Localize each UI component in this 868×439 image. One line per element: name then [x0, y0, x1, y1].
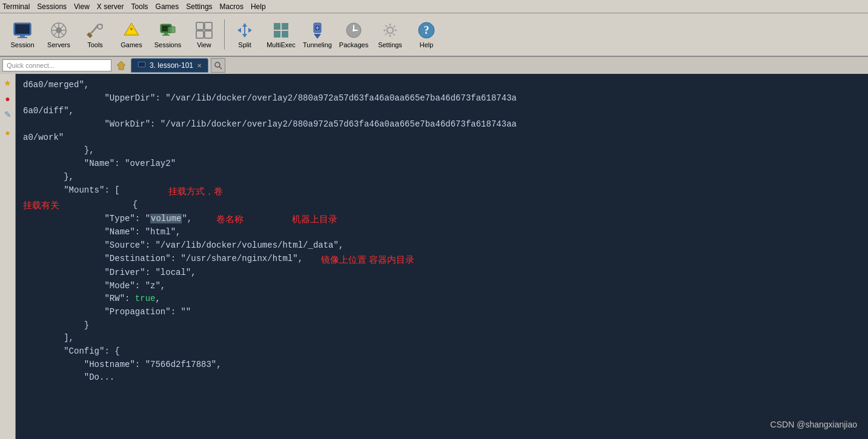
svg-rect-24	[196, 22, 204, 30]
terminal-line-close-bracket: ],	[23, 332, 861, 345]
quick-connect-input[interactable]: Quick connect...	[2, 59, 111, 71]
svg-rect-28	[244, 27, 245, 34]
terminal-line-config: "Config": {	[23, 345, 861, 358]
svg-line-11	[61, 33, 64, 36]
sidebar-bookmark-icon[interactable]: ★	[1, 76, 15, 90]
svg-text:?: ?	[424, 24, 429, 36]
terminal-line-4: "WorkDir": "/var/lib/docker/overlay2/880…	[23, 118, 861, 131]
toolbar-split-btn[interactable]: Split	[227, 15, 262, 54]
tools-label: Tools	[87, 41, 103, 48]
sidebar: ★ ● ✎ ●	[0, 74, 16, 439]
svg-line-47	[219, 67, 222, 69]
tunneling-label: Tunneling	[303, 41, 332, 48]
terminal-line-mode: "Mode": "z",	[23, 280, 861, 293]
svg-rect-23	[168, 27, 175, 33]
settings-label: Settings	[378, 41, 402, 48]
svg-rect-45	[139, 62, 145, 67]
svg-marker-43	[117, 61, 125, 70]
session-label: Session	[10, 41, 34, 48]
sidebar-yellow-icon[interactable]: ●	[1, 126, 15, 139]
svg-rect-26	[196, 31, 204, 38]
terminal-line-rw: "RW": true,	[23, 292, 861, 306]
tools-icon	[85, 21, 105, 40]
games-label: Games	[121, 41, 142, 48]
toolbar-games-btn[interactable]: Games	[114, 15, 149, 54]
tunneling-icon	[308, 21, 327, 40]
svg-line-13	[53, 33, 56, 36]
sidebar-pencil-icon[interactable]: ✎	[1, 108, 15, 121]
toolbar-help-btn[interactable]: ? Help	[409, 15, 444, 54]
terminal-line-1: d6a0/merged",	[23, 79, 861, 92]
packages-icon	[344, 21, 363, 40]
toolbar-servers-btn[interactable]: Servers	[41, 15, 76, 54]
svg-point-18	[130, 28, 133, 30]
annotation-image-location: 镜像上位置 容器内目录	[321, 253, 414, 266]
session-icon	[13, 21, 32, 40]
svg-point-46	[215, 62, 220, 67]
toolbar-session-btn[interactable]: Session	[5, 15, 40, 54]
toolbar-packages-btn[interactable]: Packages	[336, 15, 371, 54]
annotation-type: 卷名称	[216, 212, 244, 226]
svg-rect-27	[205, 31, 212, 38]
menu-bar: Terminal Sessions View X server Tools Ga…	[0, 0, 868, 13]
toolbar-tunneling-btn[interactable]: Tunneling	[300, 15, 335, 54]
multiexec-icon	[271, 21, 291, 40]
terminal: d6a0/merged", "UpperDir": "/var/lib/dock…	[16, 74, 868, 439]
svg-rect-21	[164, 33, 168, 35]
packages-label: Packages	[339, 41, 368, 48]
split-icon	[235, 21, 254, 40]
svg-rect-3	[18, 37, 27, 38]
toolbar-sessions-btn[interactable]: Sessions	[150, 15, 185, 54]
split-label: Split	[238, 41, 251, 48]
menu-xserver[interactable]: X server	[97, 2, 124, 11]
svg-line-10	[53, 25, 56, 28]
tab-label: 3. lesson-101	[150, 61, 193, 70]
toolbar-multiexec-btn[interactable]: MultiExec	[263, 15, 299, 54]
svg-rect-1	[15, 24, 30, 34]
terminal-line-5: a0/work"	[23, 131, 861, 145]
terminal-line-propagation: "Propagation": ""	[23, 306, 861, 319]
terminal-line-8: },	[23, 171, 861, 184]
toolbar-settings-btn[interactable]: Settings	[373, 15, 408, 54]
svg-point-40	[387, 27, 393, 33]
toolbar-tools-btn[interactable]: Tools	[78, 15, 113, 54]
toolbar: Session Servers	[0, 13, 868, 57]
annotation-mounts: 挂载方式，卷	[168, 184, 223, 198]
terminal-line-mounts: "Mounts": [	[23, 184, 120, 197]
brace-line-container: 挂载有关 {	[23, 198, 861, 212]
svg-rect-31	[274, 31, 280, 38]
settings-icon	[380, 21, 400, 40]
terminal-line-source: "Source": "/var/lib/docker/volumes/html/…	[23, 239, 861, 253]
svg-rect-30	[282, 23, 288, 30]
sidebar-red-icon[interactable]: ●	[1, 92, 15, 105]
toolbar-view-btn[interactable]: View	[187, 15, 222, 54]
svg-rect-22	[162, 35, 170, 36]
terminal-line-type: "Type": "volume",	[23, 213, 192, 226]
menu-terminal[interactable]: Terminal	[2, 2, 30, 11]
svg-rect-29	[274, 23, 280, 30]
menu-settings[interactable]: Settings	[186, 2, 212, 11]
terminal-line-name: "Name": "html",	[23, 226, 861, 239]
view-icon	[194, 21, 214, 40]
menu-sessions[interactable]: Sessions	[37, 2, 67, 11]
terminal-line-do: "Do...	[23, 371, 861, 385]
annotation-left: 挂载有关	[23, 198, 59, 212]
terminal-line-6: },	[23, 144, 861, 157]
tab-bar: Quick connect... 3. lesson-101 ✕	[0, 57, 868, 74]
tab-lesson-101[interactable]: 3. lesson-101 ✕	[131, 58, 208, 73]
watermark: CSDN @shangxianjiao	[770, 418, 857, 432]
menu-help[interactable]: Help	[251, 2, 266, 11]
terminal-line-dest: "Destination": "/usr/share/nginx/html",	[23, 253, 303, 266]
menu-macros[interactable]: Macros	[220, 2, 244, 11]
home-button[interactable]	[114, 58, 128, 73]
menu-tools[interactable]: Tools	[131, 2, 148, 11]
menu-view[interactable]: View	[74, 2, 90, 11]
annotation-machine-dir: 机器上目录	[292, 212, 337, 226]
svg-point-39	[353, 29, 355, 31]
menu-games[interactable]: Games	[156, 2, 179, 11]
tab-search-button[interactable]	[211, 58, 225, 73]
view-label: View	[197, 41, 211, 48]
svg-rect-25	[205, 22, 212, 30]
tab-close-button[interactable]: ✕	[197, 62, 202, 69]
terminal-line-close-brace: }	[23, 319, 861, 332]
